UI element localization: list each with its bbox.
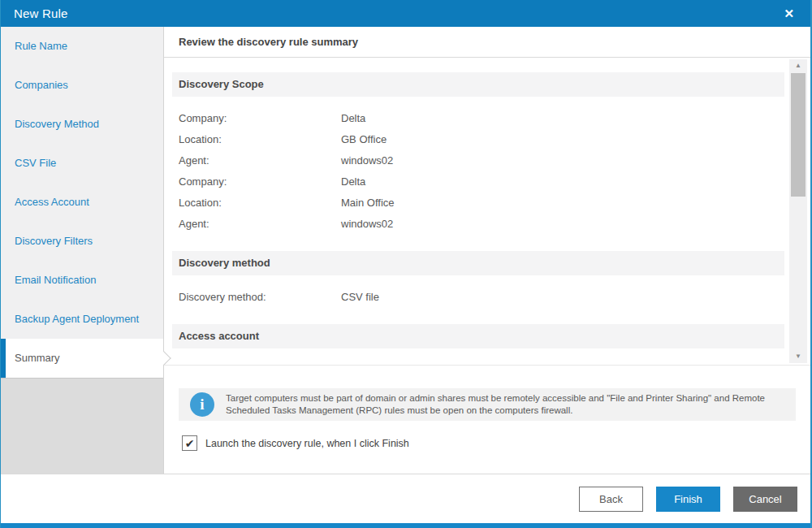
section-header-access-account: Access account — [172, 324, 784, 348]
scroll-down-icon[interactable]: ▼ — [789, 350, 807, 363]
row-label: Company: — [179, 175, 341, 188]
summary-scroll-area: Discovery Scope Company: Delta Location:… — [164, 58, 810, 366]
bottom-accent-strip — [1, 523, 810, 528]
wizard-steps-sidebar: Rule Name Companies Discovery Method CSV… — [1, 27, 163, 474]
launch-rule-checkbox[interactable]: ✔ — [182, 435, 197, 451]
sidebar-item-backup-agent-deployment[interactable]: Backup Agent Deployment — [1, 300, 163, 339]
row-value: Delta — [341, 175, 810, 188]
launch-rule-label: Launch the discovery rule, when I click … — [205, 438, 409, 449]
scroll-up-icon[interactable]: ▲ — [789, 59, 807, 72]
table-row: Agent: windows02 — [164, 213, 810, 234]
row-label: Company: — [179, 112, 341, 124]
new-rule-dialog: New Rule ✕ Rule Name Companies Discovery… — [0, 0, 812, 528]
table-row: Agent: windows02 — [164, 149, 810, 171]
summary-content: Discovery Scope Company: Delta Location:… — [164, 58, 810, 348]
title-bar: New Rule ✕ — [1, 0, 810, 27]
vertical-scrollbar[interactable]: ▲ ▼ — [789, 59, 807, 363]
table-row: Location: GB Office — [164, 128, 810, 149]
section-header-discovery-method: Discovery method — [172, 251, 784, 275]
sidebar-item-csv-file[interactable]: CSV File — [1, 144, 163, 183]
page-title: Review the discovery rule summary — [164, 27, 810, 58]
table-row: Company: Delta — [164, 107, 810, 128]
sidebar-item-rule-name[interactable]: Rule Name — [1, 27, 163, 66]
scrollbar-thumb[interactable] — [791, 73, 806, 197]
content-panel: Review the discovery rule summary Discov… — [163, 27, 810, 474]
sidebar-item-companies[interactable]: Companies — [1, 66, 163, 105]
cancel-button[interactable]: Cancel — [733, 487, 797, 512]
finish-button[interactable]: Finish — [656, 487, 720, 512]
info-banner: i Target computers must be part of domai… — [179, 388, 796, 421]
row-value: Delta — [341, 112, 810, 124]
row-label: Location: — [179, 197, 341, 209]
sidebar-item-email-notification[interactable]: Email Notification — [1, 261, 163, 300]
discovery-scope-rows: Company: Delta Location: GB Office Agent… — [164, 107, 810, 234]
back-button[interactable]: Back — [579, 487, 643, 512]
discovery-method-rows: Discovery method: CSV file — [164, 286, 810, 307]
table-row: Company: Delta — [164, 171, 810, 192]
row-label: Discovery method: — [179, 291, 341, 303]
row-label: Agent: — [179, 218, 341, 230]
row-value: Main Office — [341, 197, 810, 209]
row-label: Agent: — [179, 154, 341, 167]
row-label: Location: — [179, 133, 341, 145]
sidebar-filler — [1, 378, 163, 474]
row-value: windows02 — [341, 154, 810, 167]
info-text: Target computers must be part of domain … — [226, 392, 784, 417]
table-row: Location: Main Office — [164, 192, 810, 213]
sidebar-item-access-account[interactable]: Access Account — [1, 183, 163, 222]
launch-rule-row: ✔ Launch the discovery rule, when I clic… — [182, 435, 810, 451]
table-row: Discovery method: CSV file — [164, 286, 810, 307]
section-header-discovery-scope: Discovery Scope — [172, 72, 784, 97]
sidebar-item-summary[interactable]: Summary — [1, 339, 163, 378]
info-icon: i — [190, 392, 214, 417]
row-value: CSV file — [341, 291, 810, 303]
close-icon[interactable]: ✕ — [784, 7, 794, 19]
sidebar-item-discovery-method[interactable]: Discovery Method — [1, 105, 163, 144]
footer-bar: Back Finish Cancel — [1, 474, 810, 523]
sidebar-item-discovery-filters[interactable]: Discovery Filters — [1, 222, 163, 261]
row-value: GB Office — [341, 133, 810, 145]
window-title: New Rule — [14, 6, 68, 20]
main-area: Rule Name Companies Discovery Method CSV… — [1, 27, 810, 474]
sidebar-item-label: Summary — [15, 352, 60, 364]
row-value: windows02 — [341, 218, 810, 230]
